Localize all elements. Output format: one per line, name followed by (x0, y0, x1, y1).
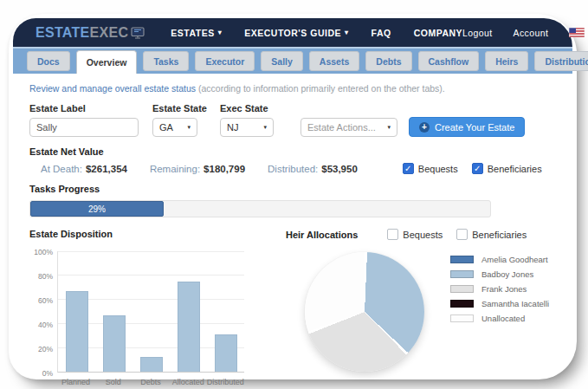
chevron-down-icon: ▾ (218, 29, 223, 36)
stat-label: Remaining: (150, 164, 200, 174)
bar-column (95, 251, 132, 372)
legend-swatch (450, 300, 474, 308)
charts-section: Estate Disposition 0%20%40%60%80%100% Pl… (29, 229, 557, 389)
pie-chart (305, 252, 424, 372)
nav-right: LogoutAccount (462, 25, 585, 41)
checkbox-label: Bequests (403, 230, 443, 240)
create-your-estate-button[interactable]: + Create Your Estate (409, 117, 525, 137)
nav-item-company[interactable]: COMPANY (414, 28, 462, 38)
tab-heirs[interactable]: Heirs (485, 51, 528, 71)
estate-label-group: Estate Label (29, 103, 139, 137)
intro-text: Review and manage overall estate status … (29, 83, 557, 94)
estate-state-value: GA (159, 122, 173, 133)
y-tick-label: 20% (29, 345, 53, 353)
tasks-progress-percent: 29% (88, 204, 106, 214)
nav-item-estates[interactable]: ESTATES▾ (171, 28, 222, 38)
checkbox-checked-icon: ✓ (403, 163, 414, 174)
legend-swatch (450, 285, 474, 293)
nav-item-label: FAQ (372, 28, 391, 38)
checkbox-checked-icon: ✓ (472, 163, 483, 174)
nav-link-logout[interactable]: Logout (462, 28, 493, 38)
heir-allocations-title: Heir Allocations (286, 230, 358, 240)
exec-state-label: Exec State (220, 103, 274, 113)
bar-planned (66, 291, 88, 372)
estate-disposition-chart: Estate Disposition 0%20%40%60%80%100% Pl… (29, 229, 265, 389)
stat-value: $53,950 (321, 164, 358, 174)
bar-distributed (215, 334, 237, 372)
estate-actions-select[interactable]: Estate Actions... ▾ (300, 118, 397, 137)
legend-label: Samantha Iacatelli (481, 299, 549, 308)
tab-overview[interactable]: Overview (76, 50, 138, 74)
nav-right-links: LogoutAccount (462, 28, 548, 38)
us-flag-icon[interactable] (569, 25, 585, 41)
stat-distributed: Distributed:$53,950 (268, 164, 358, 174)
overview-content: Review and manage overall estate status … (13, 74, 572, 389)
create-your-estate-label: Create Your Estate (435, 122, 514, 133)
legend-label: Unallocated (481, 314, 525, 323)
estate-label-input[interactable] (29, 118, 139, 137)
bar-column (170, 251, 207, 372)
tab-bar: DocsOverviewTasksExecutorSallyAssetsDebt… (13, 47, 572, 74)
x-tick-label: Allocated (170, 378, 207, 386)
estate-state-select[interactable]: GA ▾ (152, 118, 197, 137)
estate-net-value-title: Estate Net Value (29, 146, 557, 157)
legend-item-samantha-iacatelli: Samantha Iacatelli (450, 299, 549, 308)
bar-chart-bars (58, 251, 244, 372)
nav-item-label: ESTATES (171, 28, 214, 38)
x-tick-label: Planned (57, 378, 94, 386)
chevron-down-icon: ▾ (263, 124, 267, 131)
tab-distributions[interactable]: Distributions (534, 51, 588, 71)
estate-disposition-title: Estate Disposition (29, 229, 265, 239)
nav-item-faq[interactable]: FAQ (372, 28, 391, 38)
tab-debts[interactable]: Debts (365, 51, 411, 71)
chevron-down-icon: ▾ (187, 124, 191, 131)
bar-sold (103, 315, 126, 372)
nav-item-executor-s-guide[interactable]: EXECUTOR'S GUIDE▾ (244, 28, 348, 38)
estate-state-group: Estate State GA ▾ (152, 103, 207, 137)
checkbox-bequests[interactable]: Bequests (387, 229, 443, 240)
nav-link-account[interactable]: Account (514, 28, 549, 38)
tasks-progress-title: Tasks Progress (29, 184, 557, 194)
tab-docs[interactable]: Docs (27, 51, 70, 71)
checkbox-label: Bequests (418, 164, 458, 174)
checkbox-bequests[interactable]: ✓Bequests (403, 163, 458, 174)
nav-item-label: COMPANY (414, 28, 462, 38)
tab-sally[interactable]: Sally (261, 51, 303, 71)
intro-highlight: Review and manage overall estate status (29, 83, 196, 94)
checkbox-beneficiaries[interactable]: ✓Beneficiaries (472, 163, 542, 174)
plus-circle-icon: + (419, 122, 430, 133)
x-tick-label: Sold (94, 378, 132, 386)
bar-column (58, 251, 95, 372)
bar-column (132, 251, 170, 372)
legend-item-badboy-jones: Badboy Jones (450, 269, 549, 279)
stat-label: Distributed: (268, 164, 318, 174)
estate-net-value-row: At Death:$261,354Remaining:$180,799Distr… (29, 163, 557, 174)
legend-label: Frank Jones (481, 284, 527, 294)
tab-tasks[interactable]: Tasks (143, 51, 189, 71)
tab-assets[interactable]: Assets (309, 51, 359, 71)
checkbox-unchecked-icon (387, 229, 398, 240)
checkbox-label: Beneficiaries (488, 164, 542, 174)
nav-item-label: EXECUTOR'S GUIDE (244, 28, 341, 38)
legend-swatch (450, 270, 474, 278)
legend-swatch (450, 256, 474, 263)
y-tick-label: 80% (29, 272, 53, 281)
tab-executor[interactable]: Executor (195, 51, 255, 71)
checkbox-beneficiaries[interactable]: Beneficiaries (456, 229, 527, 240)
legend-swatch (450, 314, 474, 322)
bar-debts (140, 357, 163, 372)
logo-text-estate: ESTATE (36, 25, 90, 41)
estate-form-row: Estate Label Estate State GA ▾ Exec Stat… (29, 103, 557, 137)
estate-state-label: Estate State (152, 103, 207, 113)
legend-item-amelia-goodheart: Amelia Goodheart (450, 255, 549, 264)
estate-actions-placeholder: Estate Actions... (307, 122, 376, 133)
estateexec-logo[interactable]: ESTATEEXEC (36, 25, 145, 41)
tab-cashflow[interactable]: Cashflow (418, 51, 480, 71)
bar-chart-x-axis: PlannedSoldDebtsAllocatedDistributed (57, 378, 244, 386)
x-tick-label: Debts (132, 378, 169, 386)
intro-muted: (according to information primarily ente… (198, 83, 445, 94)
exec-state-select[interactable]: NJ ▾ (220, 118, 274, 137)
exec-state-value: NJ (227, 122, 238, 133)
chevron-down-icon: ▾ (387, 124, 391, 131)
app-card: ESTATEEXEC ESTATES▾EXECUTOR'S GUIDE▾FAQC… (9, 14, 577, 379)
